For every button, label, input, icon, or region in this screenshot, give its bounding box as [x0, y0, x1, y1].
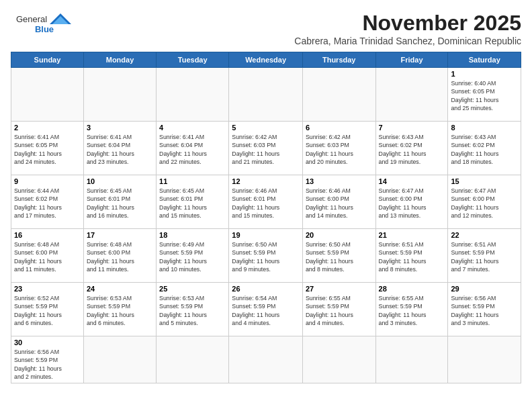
date-number: 29 — [451, 285, 518, 293]
date-number: 25 — [159, 285, 226, 293]
calendar-cell: 15Sunrise: 6:47 AMSunset: 6:00 PMDayligh… — [448, 175, 521, 229]
date-number: 12 — [232, 177, 300, 185]
weekday-header-thursday: Thursday — [302, 52, 375, 68]
date-number: 8 — [451, 124, 518, 132]
cell-info: Sunrise: 6:41 AMSunset: 6:04 PMDaylight:… — [159, 133, 226, 166]
calendar-cell — [157, 68, 229, 122]
calendar-cell: 27Sunrise: 6:55 AMSunset: 5:59 PMDayligh… — [302, 283, 375, 336]
cell-info: Sunrise: 6:46 AMSunset: 6:00 PMDaylight:… — [306, 187, 373, 220]
calendar-week-5: 23Sunrise: 6:52 AMSunset: 5:59 PMDayligh… — [11, 283, 521, 336]
calendar-cell: 28Sunrise: 6:55 AMSunset: 5:59 PMDayligh… — [375, 283, 448, 336]
date-number: 28 — [379, 285, 445, 293]
calendar-week-6: 30Sunrise: 6:56 AMSunset: 5:59 PMDayligh… — [11, 336, 521, 383]
cell-info: Sunrise: 6:50 AMSunset: 5:59 PMDaylight:… — [306, 240, 373, 273]
location: Cabrera, Maria Trinidad Sanchez, Dominic… — [78, 36, 521, 46]
cell-info: Sunrise: 6:48 AMSunset: 6:00 PMDaylight:… — [14, 240, 81, 273]
date-number: 1 — [451, 70, 518, 78]
logo: General Blue — [11, 11, 78, 34]
calendar-cell: 2Sunrise: 6:41 AMSunset: 6:05 PMDaylight… — [11, 122, 84, 175]
cell-info: Sunrise: 6:54 AMSunset: 5:59 PMDaylight:… — [232, 294, 300, 327]
title-area: November 2025 Cabrera, Maria Trinidad Sa… — [78, 11, 521, 46]
weekday-header-row: SundayMondayTuesdayWednesdayThursdayFrid… — [11, 52, 521, 68]
cell-info: Sunrise: 6:51 AMSunset: 5:59 PMDaylight:… — [379, 240, 445, 273]
date-number: 24 — [87, 285, 153, 293]
cell-info: Sunrise: 6:41 AMSunset: 6:05 PMDaylight:… — [14, 133, 81, 166]
weekday-header-tuesday: Tuesday — [157, 52, 229, 68]
calendar-cell: 19Sunrise: 6:50 AMSunset: 5:59 PMDayligh… — [229, 229, 303, 283]
cell-info: Sunrise: 6:55 AMSunset: 5:59 PMDaylight:… — [306, 294, 373, 327]
calendar-cell: 12Sunrise: 6:46 AMSunset: 6:01 PMDayligh… — [229, 175, 303, 229]
date-number: 10 — [87, 177, 153, 185]
date-number: 6 — [306, 124, 373, 132]
date-number: 15 — [451, 177, 518, 185]
calendar-cell: 4Sunrise: 6:41 AMSunset: 6:04 PMDaylight… — [157, 122, 229, 175]
weekday-header-saturday: Saturday — [448, 52, 521, 68]
cell-info: Sunrise: 6:47 AMSunset: 6:00 PMDaylight:… — [451, 187, 518, 220]
cell-info: Sunrise: 6:48 AMSunset: 6:00 PMDaylight:… — [87, 240, 153, 273]
calendar-cell — [83, 68, 156, 122]
date-number: 13 — [306, 177, 373, 185]
date-number: 20 — [306, 231, 373, 239]
date-number: 18 — [159, 231, 226, 239]
calendar-cell: 6Sunrise: 6:42 AMSunset: 6:03 PMDaylight… — [302, 122, 375, 175]
weekday-header-friday: Friday — [375, 52, 448, 68]
calendar-cell: 11Sunrise: 6:45 AMSunset: 6:01 PMDayligh… — [157, 175, 229, 229]
calendar-cell — [229, 68, 303, 122]
cell-info: Sunrise: 6:41 AMSunset: 6:04 PMDaylight:… — [87, 133, 153, 166]
calendar-cell — [157, 336, 229, 383]
date-number: 19 — [232, 231, 300, 239]
calendar-cell — [375, 68, 448, 122]
cell-info: Sunrise: 6:55 AMSunset: 5:59 PMDaylight:… — [379, 294, 445, 327]
calendar-week-3: 9Sunrise: 6:44 AMSunset: 6:02 PMDaylight… — [11, 175, 521, 229]
date-number: 9 — [14, 177, 81, 185]
calendar-table: SundayMondayTuesdayWednesdayThursdayFrid… — [11, 52, 521, 383]
cell-info: Sunrise: 6:43 AMSunset: 6:02 PMDaylight:… — [379, 133, 445, 166]
calendar-cell — [11, 68, 84, 122]
calendar-cell: 20Sunrise: 6:50 AMSunset: 5:59 PMDayligh… — [302, 229, 375, 283]
calendar-cell — [448, 336, 521, 383]
cell-info: Sunrise: 6:46 AMSunset: 6:01 PMDaylight:… — [232, 187, 300, 220]
calendar-cell: 3Sunrise: 6:41 AMSunset: 6:04 PMDaylight… — [83, 122, 156, 175]
calendar-cell: 14Sunrise: 6:47 AMSunset: 6:00 PMDayligh… — [375, 175, 448, 229]
calendar-cell: 29Sunrise: 6:56 AMSunset: 5:59 PMDayligh… — [448, 283, 521, 336]
date-number: 4 — [159, 124, 226, 132]
date-number: 23 — [14, 285, 81, 293]
calendar-cell: 26Sunrise: 6:54 AMSunset: 5:59 PMDayligh… — [229, 283, 303, 336]
calendar-cell: 5Sunrise: 6:42 AMSunset: 6:03 PMDaylight… — [229, 122, 303, 175]
calendar-week-1: 1Sunrise: 6:40 AMSunset: 6:05 PMDaylight… — [11, 68, 521, 122]
cell-info: Sunrise: 6:53 AMSunset: 5:59 PMDaylight:… — [87, 294, 153, 327]
cell-info: Sunrise: 6:56 AMSunset: 5:59 PMDaylight:… — [14, 348, 81, 381]
logo-general-text: General — [16, 14, 47, 24]
date-number: 30 — [14, 338, 81, 347]
calendar-cell: 17Sunrise: 6:48 AMSunset: 6:00 PMDayligh… — [83, 229, 156, 283]
date-number: 26 — [232, 285, 300, 293]
calendar-cell: 16Sunrise: 6:48 AMSunset: 6:00 PMDayligh… — [11, 229, 84, 283]
weekday-header-wednesday: Wednesday — [229, 52, 303, 68]
calendar-cell: 1Sunrise: 6:40 AMSunset: 6:05 PMDaylight… — [448, 68, 521, 122]
date-number: 14 — [379, 177, 445, 185]
calendar-cell: 22Sunrise: 6:51 AMSunset: 5:59 PMDayligh… — [448, 229, 521, 283]
calendar-cell: 8Sunrise: 6:43 AMSunset: 6:02 PMDaylight… — [448, 122, 521, 175]
calendar-cell: 13Sunrise: 6:46 AMSunset: 6:00 PMDayligh… — [302, 175, 375, 229]
calendar-cell — [375, 336, 448, 383]
calendar-cell: 21Sunrise: 6:51 AMSunset: 5:59 PMDayligh… — [375, 229, 448, 283]
date-number: 3 — [87, 124, 153, 132]
calendar-cell: 9Sunrise: 6:44 AMSunset: 6:02 PMDaylight… — [11, 175, 84, 229]
calendar-body: 1Sunrise: 6:40 AMSunset: 6:05 PMDaylight… — [11, 68, 521, 383]
cell-info: Sunrise: 6:51 AMSunset: 5:59 PMDaylight:… — [451, 240, 518, 273]
month-year: November 2025 — [78, 11, 521, 36]
calendar-week-4: 16Sunrise: 6:48 AMSunset: 6:00 PMDayligh… — [11, 229, 521, 283]
date-number: 21 — [379, 231, 445, 239]
date-number: 27 — [306, 285, 373, 293]
cell-info: Sunrise: 6:47 AMSunset: 6:00 PMDaylight:… — [379, 187, 445, 220]
date-number: 22 — [451, 231, 518, 239]
calendar-cell — [83, 336, 156, 383]
logo-blue-text: Blue — [35, 24, 54, 34]
cell-info: Sunrise: 6:45 AMSunset: 6:01 PMDaylight:… — [159, 187, 226, 220]
calendar-cell: 30Sunrise: 6:56 AMSunset: 5:59 PMDayligh… — [11, 336, 84, 383]
cell-info: Sunrise: 6:40 AMSunset: 6:05 PMDaylight:… — [451, 79, 518, 112]
date-number: 2 — [14, 124, 81, 132]
calendar-cell — [302, 336, 375, 383]
calendar-cell: 23Sunrise: 6:52 AMSunset: 5:59 PMDayligh… — [11, 283, 84, 336]
cell-info: Sunrise: 6:56 AMSunset: 5:59 PMDaylight:… — [451, 294, 518, 327]
